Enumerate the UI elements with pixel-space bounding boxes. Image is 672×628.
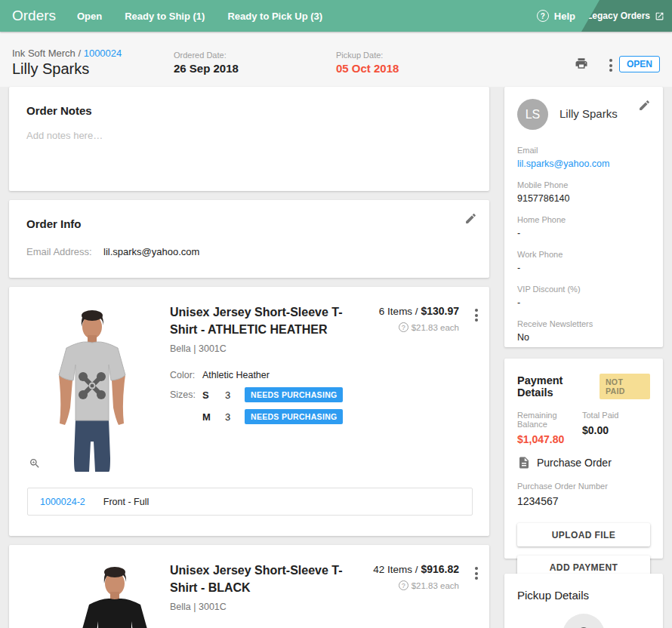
customer-field-vip-discount: VIP Discount (%) - — [517, 285, 650, 308]
order-info-card: Order Info Email Address: lil.sparks@yah… — [9, 200, 489, 278]
legacy-orders-button[interactable]: Legacy Orders — [581, 0, 672, 32]
app-title: Orders — [12, 8, 69, 24]
pickup-date-label: Pickup Date: — [336, 51, 399, 60]
avatar: LS — [517, 99, 548, 130]
order-status-badge[interactable]: OPEN — [619, 56, 660, 72]
needs-purchasing-badge[interactable]: NEEDS PURCHASING — [245, 409, 343, 424]
pencil-icon — [464, 212, 477, 225]
product-price-summary: 6 Items / $130.97 ? $21.83 each — [379, 305, 459, 332]
printer-icon — [574, 57, 589, 70]
ordered-date-value: 26 Sep 2018 — [174, 62, 239, 75]
breadcrumb-order-link[interactable]: 1000024 — [84, 48, 122, 59]
size-qty: 3 — [225, 411, 245, 423]
line-item-menu-button[interactable] — [473, 565, 480, 582]
sizes-label: Sizes: — [170, 389, 202, 400]
line-item-menu-button[interactable] — [473, 306, 480, 324]
price-help-icon[interactable]: ? — [399, 580, 408, 590]
line-total: $130.97 — [421, 305, 459, 317]
customer-card: LS Lilly Sparks Email lil.sparks@yahoo.c… — [504, 87, 663, 347]
tab-ready-to-pick-up[interactable]: Ready to Pick Up (3) — [227, 11, 322, 22]
customer-field-mobile-phone: Mobile Phone 9157786140 — [517, 180, 650, 204]
price-help-icon[interactable]: ? — [399, 322, 408, 332]
print-button[interactable] — [574, 57, 589, 73]
remaining-balance-label: Remaining Balance — [517, 411, 582, 429]
needs-purchasing-badge[interactable]: NEEDS PURCHASING — [245, 387, 343, 402]
tab-open[interactable]: Open — [77, 11, 102, 22]
line-item-card: Unisex Jersey Short-Sleeve T-Shirt - ATH… — [9, 287, 489, 536]
product-attributes: Color: Athletic Heather Sizes: S 3 NEEDS… — [170, 370, 359, 424]
artwork-row[interactable]: 1000024-2 Front - Full — [27, 488, 473, 516]
po-number-value: 1234567 — [517, 495, 650, 507]
email-address-value: lil.sparks@yahoo.com — [103, 246, 199, 257]
items-count: 6 Items / — [379, 306, 418, 317]
product-image[interactable] — [68, 562, 159, 628]
purchase-order-row[interactable]: Purchase Order — [517, 456, 650, 469]
zoom-image-button[interactable] — [29, 457, 41, 473]
total-paid-label: Total Paid — [582, 411, 618, 420]
order-status-tabs: Open Ready to Ship (1) Ready to Pick Up … — [77, 11, 322, 22]
customer-name: Lilly Sparks — [559, 99, 650, 120]
email-address-label: Email Address: — [26, 246, 103, 257]
items-count: 42 Items / — [373, 564, 418, 575]
order-notes-input[interactable]: Add notes here… — [26, 130, 472, 141]
customer-field-newsletters: Receive Newsletters No — [517, 319, 650, 343]
order-header: Ink Soft Merch / 1000024 Lilly Sparks Or… — [0, 32, 672, 87]
total-paid-value: $0.00 — [582, 424, 618, 436]
product-brand: Bella | 3001C — [170, 602, 359, 612]
edit-order-info-button[interactable] — [464, 212, 477, 228]
breadcrumb: Ink Soft Merch / 1000024 — [12, 48, 122, 59]
page-title-customer-name: Lilly Sparks — [12, 60, 89, 78]
size-row: M 3 NEEDS PURCHASING — [170, 409, 359, 424]
product-details: Unisex Jersey Short-Sleeve T-Shirt - BLA… — [170, 562, 359, 628]
size-row: Sizes: S 3 NEEDS PURCHASING — [170, 387, 359, 402]
product-price-summary: 42 Items / $916.82 ? $21.83 each — [373, 563, 459, 590]
map-pin-button[interactable] — [563, 614, 605, 628]
upload-file-button[interactable]: UPLOAD FILE — [517, 523, 650, 546]
customer-email-link[interactable]: lil.sparks@yahoo.com — [517, 159, 650, 169]
product-brand: Bella | 3001C — [170, 343, 359, 354]
size-qty: 3 — [225, 389, 245, 401]
customer-field-work-phone: Work Phone - — [517, 250, 650, 273]
help-icon: ? — [537, 10, 549, 22]
magnifier-icon — [29, 457, 41, 469]
payment-details-card: Payment Details NOT PAID Remaining Balan… — [504, 359, 663, 559]
size-name: M — [202, 411, 225, 423]
order-info-title: Order Info — [26, 217, 472, 230]
ordered-date-block: Ordered Date: 26 Sep 2018 — [174, 51, 239, 75]
order-actions-menu-button[interactable] — [607, 57, 615, 74]
customer-fields: Email lil.sparks@yahoo.com Mobile Phone … — [517, 130, 650, 343]
remaining-balance-value: $1,047.80 — [517, 433, 582, 445]
payment-status-badge: NOT PAID — [600, 374, 650, 399]
order-notes-title: Order Notes — [26, 104, 472, 117]
purchase-order-label: Purchase Order — [537, 457, 612, 469]
document-icon — [517, 456, 531, 469]
price-each: $21.83 each — [412, 323, 459, 332]
product-title: Unisex Jersey Short-Sleeve T-Shirt - BLA… — [170, 562, 359, 596]
color-value: Athletic Heather — [202, 370, 270, 380]
artwork-placement-label: Front - Full — [103, 497, 149, 507]
color-row: Color: Athletic Heather — [170, 370, 359, 380]
help-button[interactable]: ? Help — [537, 0, 575, 32]
pencil-icon — [638, 99, 651, 112]
help-label: Help — [554, 11, 575, 22]
external-link-icon — [655, 11, 664, 21]
pickup-date-block: Pickup Date: 05 Oct 2018 — [336, 51, 399, 75]
legacy-orders-label: Legacy Orders — [587, 11, 650, 21]
po-number-label: Purchase Order Number — [517, 482, 650, 491]
artwork-id-link[interactable]: 1000024-2 — [40, 497, 85, 507]
ordered-date-label: Ordered Date: — [174, 51, 239, 60]
tab-ready-to-ship[interactable]: Ready to Ship (1) — [125, 11, 205, 22]
pickup-date-value: 05 Oct 2018 — [336, 62, 399, 75]
product-image[interactable] — [45, 306, 136, 472]
pickup-details-card: Pickup Details — [504, 574, 663, 628]
payment-details-title: Payment Details — [517, 374, 600, 399]
color-label: Color: — [170, 370, 202, 380]
order-info-email-row: Email Address: lil.sparks@yahoo.com — [26, 246, 472, 257]
payment-balances: Remaining Balance $1,047.80 Total Paid $… — [517, 411, 650, 445]
customer-field-home-phone: Home Phone - — [517, 215, 650, 239]
price-each: $21.83 each — [412, 581, 459, 590]
order-notes-card: Order Notes Add notes here… — [9, 87, 489, 191]
edit-customer-button[interactable] — [638, 99, 651, 115]
line-item-card: Unisex Jersey Short-Sleeve T-Shirt - BLA… — [9, 545, 489, 628]
product-title: Unisex Jersey Short-Sleeve T-Shirt - ATH… — [170, 303, 359, 338]
